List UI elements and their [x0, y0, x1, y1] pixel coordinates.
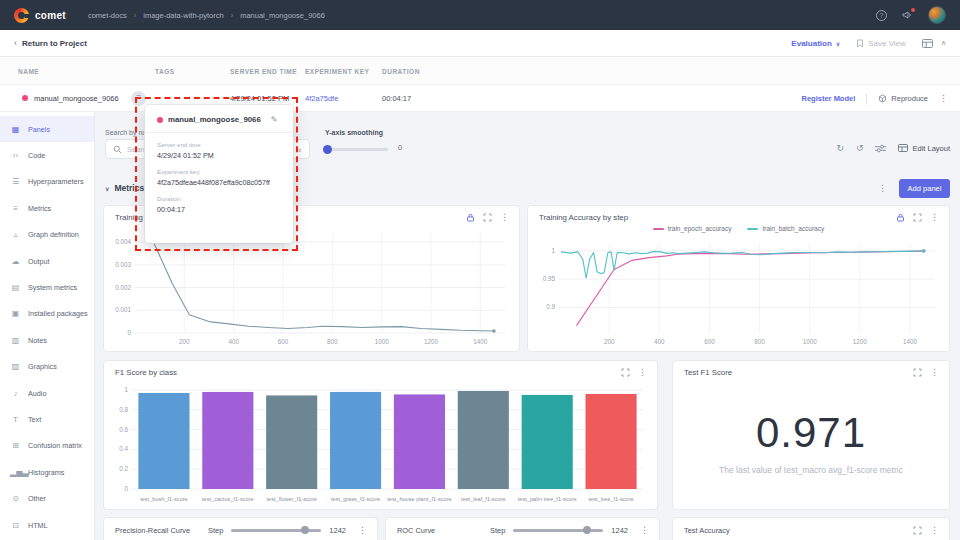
test-accuracy-panel: Test Accuracy ⋮: [672, 517, 950, 540]
row-kebab-menu-icon[interactable]: ⋮: [939, 94, 948, 103]
sidebar-item-hyperparameters[interactable]: ☰Hyperparameters: [0, 169, 94, 195]
breadcrumb-item[interactable]: manual_mongoose_9066: [240, 11, 325, 20]
sidebar-item-metrics[interactable]: ≡Metrics: [0, 195, 94, 221]
column-header-name[interactable]: NAME: [18, 68, 39, 75]
column-header-duration[interactable]: DURATION: [382, 68, 420, 75]
panel-kebab-menu-icon[interactable]: ⋮: [500, 213, 509, 222]
panel-title: Test Accuracy: [684, 526, 730, 535]
sidebar-item-other[interactable]: ⊙Other: [0, 485, 94, 511]
breadcrumb: comet-docs›image-data-with-pytorch›manua…: [88, 11, 325, 20]
svg-text:1200: 1200: [424, 338, 439, 345]
lock-icon[interactable]: [896, 213, 905, 222]
svg-text:test_tree_f1-score: test_tree_f1-score: [589, 496, 634, 502]
sidebar-item-audio[interactable]: ♪Audio: [0, 380, 94, 406]
add-panel-button[interactable]: Add panel: [899, 179, 950, 198]
sidebar-item-html[interactable]: ⊡HTML: [0, 512, 94, 538]
step-slider[interactable]: [513, 529, 603, 532]
sidebar-item-graphics[interactable]: ▨Graphics: [0, 354, 94, 380]
register-model-button[interactable]: Register Model: [802, 94, 856, 103]
save-view-button[interactable]: Save View: [856, 39, 906, 48]
sidebar-item-label: Code: [28, 151, 45, 160]
sidebar-item-code[interactable]: ‹›Code: [0, 142, 94, 168]
column-header-tags[interactable]: TAGS: [155, 68, 175, 75]
roc-curve-panel: ROC Curve Step 1242 ⋮: [385, 517, 660, 540]
metrics-section-header[interactable]: ∨ Metrics (: [105, 183, 149, 193]
legend-item[interactable]: train_epoch_accuracy: [653, 225, 732, 232]
reproduce-button[interactable]: Reproduce: [878, 94, 928, 103]
smoothing-slider-knob[interactable]: [323, 145, 332, 154]
filter-sliders-icon[interactable]: [875, 144, 886, 153]
return-to-project-link[interactable]: ‹ Return to Project: [14, 38, 87, 48]
panel-kebab-menu-icon[interactable]: ⋮: [638, 368, 647, 377]
sidebar-item-label: Hyperparameters: [28, 177, 84, 186]
column-header-experiment-key[interactable]: EXPERIMENT KEY: [305, 68, 369, 75]
output-icon: ☁: [10, 257, 21, 266]
svg-text:0.003: 0.003: [115, 261, 131, 268]
expand-icon[interactable]: [913, 526, 922, 535]
column-header-server-end-time[interactable]: SERVER END TIME: [230, 68, 297, 75]
experiment-name[interactable]: manual_mongoose_9066: [34, 94, 119, 103]
sidebar-item-notes[interactable]: ▥Notes: [0, 327, 94, 353]
smoothing-value: 0: [398, 143, 402, 152]
legend-item[interactable]: train_batch_accuracy: [747, 225, 824, 232]
edit-layout-button[interactable]: Edit Layout: [898, 144, 950, 153]
sidebar-item-text[interactable]: TText: [0, 406, 94, 432]
step-slider[interactable]: [231, 529, 321, 532]
expand-icon[interactable]: [913, 368, 922, 377]
step-slider-knob[interactable]: [301, 526, 309, 534]
sidebar-item-panels[interactable]: ▦Panels: [0, 116, 94, 142]
popup-field-label: Experiment key: [157, 168, 281, 175]
edit-pencil-icon[interactable]: ✎: [271, 115, 278, 124]
panel-kebab-menu-icon[interactable]: ⋮: [930, 368, 939, 377]
sidebar-item-graph-definition[interactable]: ▵Graph definition: [0, 222, 94, 248]
f1-score-bar-chart[interactable]: 00.20.40.60.81test_bush_f1-scoretest_cac…: [108, 382, 651, 506]
step-value: 1242: [611, 526, 628, 535]
svg-text:0.8: 0.8: [119, 406, 128, 413]
breadcrumb-item[interactable]: image-data-with-pytorch: [143, 11, 223, 20]
panel-kebab-menu-icon[interactable]: ⋮: [358, 526, 367, 535]
svg-text:600: 600: [704, 338, 715, 345]
experiment-key-link[interactable]: 4f2a75dfe: [305, 94, 338, 103]
confusion-matrix-icon: ⊞: [10, 441, 21, 450]
comet-logo-icon: [14, 8, 29, 23]
svg-text:0: 0: [124, 485, 128, 492]
svg-text:0.9: 0.9: [546, 303, 555, 310]
view-dropdown[interactable]: Evaluation ∨: [791, 39, 840, 48]
sidebar-item-histograms[interactable]: ▂▅▃Histograms: [0, 459, 94, 485]
svg-text:test_cactus_f1-score: test_cactus_f1-score: [202, 496, 254, 502]
sidebar-item-system-metrics[interactable]: ▤System metrics: [0, 274, 94, 300]
expand-icon[interactable]: [621, 368, 630, 377]
section-collapse-chevron-icon[interactable]: ∨: [105, 185, 109, 192]
refresh-icon[interactable]: ↻: [836, 143, 844, 153]
popup-field-label: Server end time: [157, 141, 281, 148]
row-menu-button[interactable]: ≡: [131, 91, 146, 106]
help-icon[interactable]: ?: [876, 10, 887, 21]
lock-icon[interactable]: [466, 213, 475, 222]
metrics-icon: ≡: [10, 204, 21, 213]
smoothing-slider[interactable]: [325, 148, 388, 151]
collapse-chevron-icon[interactable]: ∧: [941, 39, 946, 47]
comet-logo[interactable]: comet: [14, 8, 66, 23]
panel-kebab-menu-icon[interactable]: ⋮: [640, 526, 649, 535]
history-icon[interactable]: ↺: [856, 143, 864, 153]
svg-text:1: 1: [124, 386, 128, 393]
expand-icon[interactable]: [913, 213, 922, 222]
experiment-row[interactable]: manual_mongoose_9066 ≡ 4/29/24 01:52 PM …: [0, 85, 960, 112]
panel-title: F1 Score by class: [115, 368, 177, 377]
sidebar-item-confusion-matrix[interactable]: ⊞Confusion matrix: [0, 433, 94, 459]
panel-kebab-menu-icon[interactable]: ⋮: [930, 526, 939, 535]
sidebar-item-installed-packages[interactable]: ▣Installed packages: [0, 301, 94, 327]
announcements-icon[interactable]: [902, 10, 913, 20]
panel-kebab-menu-icon[interactable]: ⋮: [930, 213, 939, 222]
divider: [866, 93, 867, 105]
training-loss-chart[interactable]: 20040060080010001200140000.0010.0020.003…: [108, 227, 513, 348]
sidebar-item-output[interactable]: ☁Output: [0, 248, 94, 274]
layout-icon[interactable]: [922, 39, 933, 48]
user-avatar[interactable]: [928, 6, 946, 24]
chart-legend: train_epoch_accuracytrain_batch_accuracy: [528, 225, 949, 232]
training-accuracy-chart[interactable]: 2004006008001000120014000.90.951: [532, 238, 943, 348]
section-kebab-menu-icon[interactable]: ⋮: [878, 184, 887, 193]
breadcrumb-item[interactable]: comet-docs: [88, 11, 127, 20]
expand-icon[interactable]: [483, 213, 492, 222]
step-slider-knob[interactable]: [583, 526, 591, 534]
